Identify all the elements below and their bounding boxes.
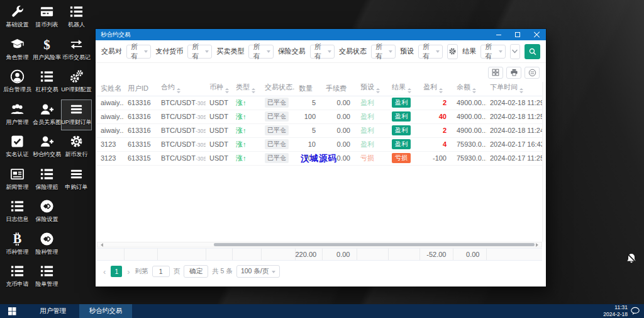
cell-type: 涨↑: [232, 123, 261, 137]
scrollbar-thumb[interactable]: [214, 243, 535, 246]
desktop-icon-user-risk-rate[interactable]: 用户风险率: [32, 35, 62, 65]
trade-status-select[interactable]: 所有: [371, 45, 396, 59]
trade-type-select[interactable]: 所有: [248, 45, 273, 59]
col-order-time[interactable]: 下单时间: [486, 82, 542, 96]
desktop-icon-insurance-orders[interactable]: 险单管理: [32, 262, 62, 292]
preset-settings-button[interactable]: [447, 44, 458, 59]
column-settings-button[interactable]: [488, 67, 503, 79]
desktop-icon-robot[interactable]: 机器人: [62, 3, 91, 32]
sort-icon[interactable]: [376, 86, 380, 95]
desktop-icon-insurance-settings[interactable]: 保险设置: [32, 197, 62, 227]
sort-icon[interactable]: [252, 86, 255, 95]
preset-select[interactable]: 所有: [418, 45, 443, 59]
wrench-icon: [10, 4, 25, 19]
cell-status: 已平仓: [261, 137, 295, 151]
chevron-down-icon: [272, 271, 275, 275]
list-icon: [40, 69, 54, 84]
start-button[interactable]: [0, 304, 24, 318]
desktop-icon-new-coin-issue[interactable]: 新币发行: [62, 132, 91, 162]
total-fee: 0.00: [322, 249, 357, 261]
desktop-icon-seconds-contract-trading[interactable]: 秒合约交易: [32, 132, 62, 162]
select-value: 所有: [375, 42, 389, 61]
desktop-icon-insurance-type-management[interactable]: 险种管理: [32, 230, 62, 259]
print-button[interactable]: [506, 67, 521, 79]
cell-quantity: 100: [295, 110, 322, 123]
col-type[interactable]: 类型: [232, 82, 261, 96]
next-page-button[interactable]: ›: [126, 267, 131, 276]
desktop-icon-up-finance-orders[interactable]: UP理财订单: [62, 100, 91, 130]
export-icon: [528, 69, 536, 77]
window-controls: [489, 29, 546, 40]
coin-icon: [40, 232, 54, 246]
bell-slash-icon[interactable]: [625, 253, 638, 265]
desktop-icon-log-info[interactable]: 日志信息: [3, 197, 32, 227]
scroll-right-icon[interactable]: [536, 243, 540, 247]
desktop-icon-leverage-trading[interactable]: 杠杆交易: [32, 67, 62, 97]
total-balance: 0.00: [453, 249, 486, 261]
desktop-icon-member-relations[interactable]: 会员关系图: [32, 100, 62, 130]
vertical-scrollbar[interactable]: [542, 82, 546, 242]
filter-bar: 交易对 所有 支付货币 所有 买卖类型 所有 保险交易 所有 交易状态 所有 预…: [96, 40, 546, 63]
chat-bubble-icon[interactable]: [630, 306, 640, 316]
expand-filters-button[interactable]: [510, 44, 521, 59]
sort-icon[interactable]: [439, 86, 443, 95]
sort-icon[interactable]: [519, 86, 523, 95]
desktop-icon-real-name-auth[interactable]: 实名认证: [3, 132, 32, 162]
desktop-icon-coin-trade-record[interactable]: 币币交易记: [62, 35, 91, 65]
result-select[interactable]: 所有: [480, 45, 505, 59]
cell-type: 涨↑: [232, 96, 261, 110]
maximize-button[interactable]: [508, 29, 527, 40]
cell-user-id: 613316: [124, 123, 157, 137]
cell-result: 盈利: [388, 137, 419, 151]
minimize-button[interactable]: [489, 29, 508, 40]
col-result[interactable]: 结果: [388, 82, 419, 96]
col-balance[interactable]: 余额: [453, 82, 486, 96]
page-jump-input[interactable]: [152, 266, 170, 277]
column-settings-icon: [492, 69, 499, 76]
window-titlebar[interactable]: 秒合约交易: [96, 29, 546, 40]
per-page-select[interactable]: 100 条/页: [236, 265, 280, 278]
desktop-icon-withdraw-list[interactable]: 提币列表: [32, 3, 62, 32]
search-button[interactable]: [525, 44, 540, 59]
page-number-button[interactable]: 1: [111, 266, 122, 277]
app-window: 秒合约交易 交易对 所有 支付货币 所有 买卖类型 所有 保险交易 所有 交易状…: [96, 29, 546, 287]
desktop-icon-user-management[interactable]: 用户管理: [3, 100, 32, 130]
col-preset[interactable]: 预设: [357, 82, 388, 96]
close-button[interactable]: [527, 29, 546, 40]
col-contract[interactable]: 合约: [157, 82, 206, 96]
confirm-page-button[interactable]: 确定: [184, 265, 208, 278]
graduation-cap-icon: [10, 37, 25, 52]
sort-icon[interactable]: [225, 86, 229, 95]
sort-icon[interactable]: [472, 86, 476, 95]
taskbar-item-seconds-contract-trading[interactable]: 秒合约交易: [79, 304, 132, 318]
export-button[interactable]: [525, 67, 540, 79]
prev-page-button[interactable]: ‹: [102, 267, 107, 276]
gear-icon: [69, 134, 84, 149]
sort-icon[interactable]: [177, 86, 180, 95]
col-coin[interactable]: 币种: [206, 82, 232, 96]
col-profit[interactable]: 盈利: [419, 82, 453, 96]
desktop-icon-admin-users[interactable]: 后台管理员: [3, 67, 32, 97]
cell-contract: BTC/USDT-30S: [157, 151, 206, 165]
insurance-trade-select[interactable]: 所有: [310, 45, 335, 59]
taskbar-item-user-management[interactable]: 用户管理: [26, 304, 79, 318]
trading-pair-select[interactable]: 所有: [126, 45, 151, 59]
desktop-icon-insurance-claims[interactable]: 保险理赔: [32, 165, 62, 195]
desktop-icon-news-management[interactable]: 新闻管理: [3, 165, 32, 195]
desktop-icon-subscription-orders[interactable]: 申购订单: [62, 165, 91, 195]
desktop-icon-basic-settings[interactable]: 基础设置: [3, 3, 32, 32]
scroll-left-icon[interactable]: [99, 243, 103, 247]
scrollbar-track[interactable]: [104, 242, 535, 247]
total-quantity: 220.00: [295, 249, 322, 261]
col-trade-status[interactable]: 交易状态..: [261, 82, 295, 96]
menu-icon: [69, 167, 84, 181]
desktop-icon-deposit-requests[interactable]: 充币申请: [3, 262, 32, 292]
sort-icon[interactable]: [408, 86, 411, 95]
desktop-icon-role-management[interactable]: 角色管理: [3, 35, 32, 65]
cell-preset: 亏损: [357, 151, 388, 165]
horizontal-scrollbar[interactable]: [97, 242, 542, 247]
desktop-icon-coin-management[interactable]: 币种管理: [3, 230, 32, 259]
print-icon: [510, 69, 518, 76]
desktop-icon-up-finance-config[interactable]: UP理财配置: [62, 67, 91, 97]
pay-currency-select[interactable]: 所有: [187, 45, 212, 59]
